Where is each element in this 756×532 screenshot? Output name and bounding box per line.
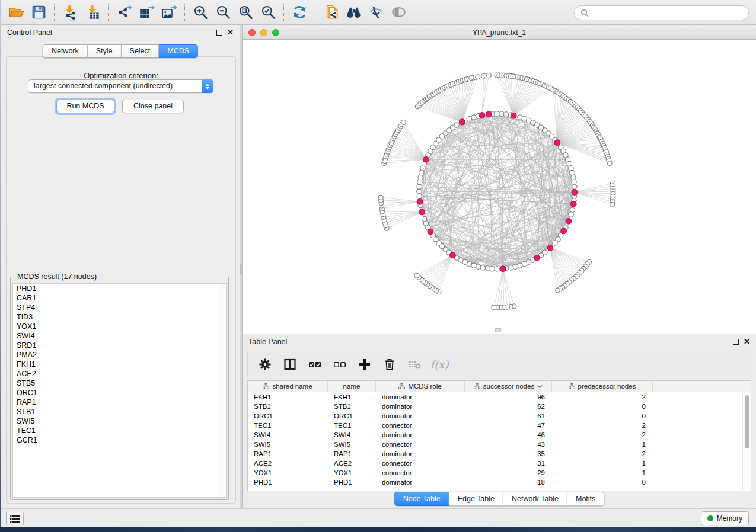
run-mcds-button[interactable]: Run MCDS [56, 100, 114, 113]
mcds-result-item[interactable]: YOX1 [13, 322, 226, 331]
save-session-button[interactable] [27, 2, 50, 23]
cell-predecessor_nodes[interactable]: 2 [552, 450, 653, 457]
mcds-result-item[interactable]: ACE2 [13, 369, 226, 379]
close-panel-button[interactable]: Close panel [122, 100, 184, 113]
cell-predecessor_nodes[interactable]: 2 [552, 422, 653, 429]
tab-mcds[interactable]: MCDS [159, 44, 198, 58]
first-neighbors-button[interactable] [342, 2, 365, 23]
cell-shared_name[interactable]: YOX1 [248, 469, 328, 476]
import-network-button[interactable] [59, 2, 81, 23]
cell-shared_name[interactable]: SWI4 [248, 431, 328, 438]
close-view-icon[interactable] [248, 29, 256, 36]
column-header-shared_name[interactable]: shared name [248, 381, 328, 392]
cell-successor_nodes[interactable]: 35 [465, 450, 552, 457]
network-search-field[interactable] [574, 5, 749, 20]
cell-predecessor_nodes[interactable]: 1 [552, 469, 653, 476]
cell-successor_nodes[interactable]: 47 [465, 422, 552, 429]
tab-style[interactable]: Style [88, 44, 122, 58]
table-row[interactable]: YOX1YOX1connector291 [248, 468, 742, 477]
open-file-button[interactable] [5, 2, 27, 23]
column-header-successor_nodes[interactable]: successor nodes [465, 381, 552, 392]
cell-name[interactable]: PHD1 [328, 479, 376, 486]
cell-name[interactable]: SWI5 [328, 441, 376, 448]
tab-edge-table[interactable]: Edge Table [449, 492, 503, 506]
float-table-panel-icon[interactable] [733, 339, 739, 345]
mcds-result-item[interactable]: PMA2 [13, 350, 226, 360]
cell-shared_name[interactable]: RAP1 [248, 450, 328, 457]
hide-selected-button[interactable] [365, 2, 387, 23]
cell-predecessor_nodes[interactable]: 1 [552, 441, 653, 448]
cell-mcds_role[interactable]: dominator [376, 479, 465, 486]
table-row[interactable]: FKH1FKH1dominator962 [248, 392, 742, 402]
zoom-selected-button[interactable] [257, 2, 279, 23]
optimization-criterion-select[interactable]: largest connected component (undirected) [28, 79, 213, 93]
mcds-result-item[interactable]: RAP1 [13, 398, 226, 407]
cell-predecessor_nodes[interactable]: 2 [552, 431, 653, 438]
import-table-button[interactable] [81, 2, 104, 23]
export-image-button[interactable] [158, 2, 180, 23]
export-table-button[interactable] [135, 2, 158, 23]
cell-shared_name[interactable]: SWI5 [248, 441, 328, 448]
cell-successor_nodes[interactable]: 43 [465, 441, 552, 448]
cell-predecessor_nodes[interactable]: 0 [552, 479, 653, 486]
deselect-all-rows-button[interactable] [331, 355, 349, 373]
mcds-result-item[interactable]: FKH1 [13, 360, 226, 369]
table-row[interactable]: ORC1ORC1dominator610 [248, 411, 742, 421]
cell-mcds_role[interactable]: dominator [376, 393, 465, 400]
cell-mcds_role[interactable]: dominator [376, 403, 465, 410]
table-row[interactable]: PHD1PHD1dominator180 [248, 477, 742, 487]
cell-mcds_role[interactable]: connector [376, 422, 465, 429]
mcds-result-list[interactable]: PHD1CAR1STP4TID3YOX1SWI4SRD1PMA2FKH1ACE2… [12, 283, 227, 498]
mcds-result-item[interactable]: TID3 [13, 312, 226, 322]
delete-table-button[interactable] [406, 355, 423, 373]
table-row[interactable]: TEC1TEC1connector472 [248, 421, 742, 430]
network-canvas[interactable] [243, 40, 756, 334]
cell-successor_nodes[interactable]: 61 [465, 412, 552, 419]
network-graph[interactable] [243, 40, 756, 334]
cell-successor_nodes[interactable]: 31 [465, 460, 552, 467]
tab-motifs[interactable]: Motifs [567, 492, 604, 506]
cell-name[interactable]: YOX1 [328, 469, 376, 476]
maximize-view-icon[interactable] [272, 29, 279, 36]
cell-predecessor_nodes[interactable]: 0 [552, 412, 653, 419]
mcds-result-item[interactable]: STB5 [13, 379, 226, 388]
network-view-titlebar[interactable]: YPA_prune.txt_1 [243, 25, 756, 40]
cell-shared_name[interactable]: TEC1 [248, 422, 328, 429]
mcds-result-item[interactable]: TEC1 [13, 426, 226, 435]
select-all-rows-button[interactable] [306, 355, 324, 373]
cell-mcds_role[interactable]: dominator [376, 450, 465, 457]
cell-mcds_role[interactable]: dominator [376, 412, 465, 419]
cell-predecessor_nodes[interactable]: 1 [552, 460, 653, 467]
search-input[interactable] [592, 9, 742, 17]
cell-predecessor_nodes[interactable]: 2 [552, 393, 653, 400]
zoom-in-button[interactable] [189, 2, 212, 23]
cell-mcds_role[interactable]: dominator [376, 431, 465, 438]
cell-shared_name[interactable]: STB1 [248, 403, 328, 410]
column-header-name[interactable]: name [328, 381, 376, 392]
delete-columns-button[interactable] [381, 355, 398, 373]
column-header-predecessor_nodes[interactable]: predecessor nodes [552, 381, 653, 392]
table-row[interactable]: SWI4SWI4dominator462 [248, 430, 742, 440]
tab-node-table[interactable]: Node Table [394, 492, 449, 506]
tab-select[interactable]: Select [122, 44, 160, 58]
mcds-result-item[interactable]: PHD1 [13, 284, 226, 293]
cell-successor_nodes[interactable]: 46 [465, 431, 552, 438]
cell-predecessor_nodes[interactable]: 0 [552, 403, 653, 410]
cell-name[interactable]: ACE2 [328, 460, 376, 467]
function-builder-button[interactable]: f(x) [430, 355, 448, 373]
table-scrollbar[interactable] [742, 392, 751, 490]
refresh-view-button[interactable] [288, 2, 311, 23]
zoom-fit-button[interactable] [234, 2, 257, 23]
table-row[interactable]: SWI5SWI5connector431 [248, 440, 742, 449]
cell-name[interactable]: FKH1 [328, 393, 376, 400]
cell-mcds_role[interactable]: connector [376, 460, 465, 467]
clone-network-button[interactable] [320, 2, 342, 23]
add-column-button[interactable] [356, 355, 374, 373]
table-row[interactable]: RAP1RAP1dominator352 [248, 449, 742, 459]
cell-successor_nodes[interactable]: 62 [465, 403, 552, 410]
close-panel-icon[interactable]: ✕ [227, 30, 234, 36]
table-row[interactable]: ACE2ACE2connector311 [248, 459, 742, 468]
mcds-result-item[interactable]: SWI5 [13, 416, 226, 426]
cell-successor_nodes[interactable]: 29 [465, 469, 552, 476]
cell-name[interactable]: ORC1 [328, 412, 376, 419]
